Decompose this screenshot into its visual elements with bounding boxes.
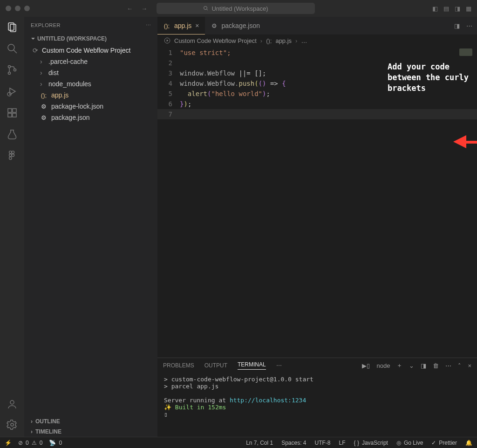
code-token: Webflow <box>207 80 235 87</box>
maximize-panel-icon[interactable]: ˄ <box>458 362 461 369</box>
file-package-json[interactable]: ⚙ package.json <box>24 112 157 123</box>
code-token: . <box>204 80 207 87</box>
tab-package-json[interactable]: ⚙ package.json <box>205 17 266 34</box>
status-cursor-position[interactable]: Ln 7, Col 1 <box>246 440 273 446</box>
explorer-more-icon[interactable]: ⋯ <box>146 22 151 28</box>
json-file-icon: ⚙ <box>40 114 48 121</box>
more-terminal-icon[interactable]: ⋯ <box>445 362 451 369</box>
split-editor-icon[interactable]: ◨ <box>454 22 460 29</box>
command-center[interactable]: Untitled (Workspace) <box>157 3 315 14</box>
editor-group: (); app.js × ⚙ package.json ◨ ⋯ Custom C… <box>157 17 477 437</box>
close-window-icon[interactable] <box>6 6 11 11</box>
terminal-url[interactable]: http://localhost:1234 <box>230 397 306 404</box>
svg-point-18 <box>9 154 12 157</box>
folder-node-modules[interactable]: › node_modules <box>24 78 157 90</box>
line-number: 3 <box>157 69 180 77</box>
line-number: 6 <box>157 100 180 108</box>
nav-back-icon[interactable]: ← <box>127 5 133 12</box>
language-name: JavaScript <box>362 440 388 446</box>
timeline-section[interactable]: › TIMELINE <box>24 427 157 437</box>
workspace-name: UNTITLED (WORKSPACE) <box>37 35 107 42</box>
svg-marker-9 <box>10 88 15 95</box>
nav-forward-icon[interactable]: → <box>141 5 147 12</box>
minimize-window-icon[interactable] <box>15 6 20 11</box>
status-ports[interactable]: 📡 0 <box>49 440 62 446</box>
layout-primary-sidebar-icon[interactable]: ◧ <box>432 5 438 12</box>
outline-section[interactable]: › OUTLINE <box>24 416 157 427</box>
layout-customize-icon[interactable]: ▦ <box>466 5 471 12</box>
breadcrumb[interactable]: Custom Code Webflow Project › (); app.js… <box>157 34 477 47</box>
split-terminal-icon[interactable]: ◨ <box>421 362 426 369</box>
status-notifications-icon[interactable]: 🔔 <box>465 440 472 446</box>
status-language[interactable]: { } JavaScript <box>354 440 388 446</box>
code-token: ) <box>184 100 187 108</box>
file-label: package-lock.json <box>51 103 103 110</box>
tab-app-js[interactable]: (); app.js × <box>157 17 205 34</box>
status-eol[interactable]: LF <box>339 440 346 446</box>
status-encoding[interactable]: UTF-8 <box>315 440 331 446</box>
terminal-profile-name[interactable]: node <box>376 362 390 369</box>
code-token: alert <box>188 90 207 97</box>
panel-tab-terminal[interactable]: TERMINAL <box>238 361 266 370</box>
svg-line-5 <box>14 50 17 53</box>
panel-more-icon[interactable]: ⋯ <box>276 362 282 369</box>
svg-rect-12 <box>13 109 16 112</box>
editor-tabs: (); app.js × ⚙ package.json ◨ ⋯ <box>157 17 477 34</box>
figma-icon[interactable] <box>7 150 17 160</box>
run-debug-icon[interactable] <box>7 86 18 97</box>
svg-point-22 <box>11 423 14 426</box>
annotation-line: brackets <box>388 83 469 94</box>
svg-point-8 <box>14 69 16 71</box>
breadcrumb-separator: › <box>260 37 262 44</box>
check-icon: ✓ <box>431 440 436 446</box>
close-panel-icon[interactable]: × <box>468 362 471 369</box>
extensions-icon[interactable] <box>7 107 18 118</box>
code-token: push <box>238 80 254 87</box>
folder-label: node_modules <box>48 80 91 88</box>
file-package-lock-json[interactable]: ⚙ package-lock.json <box>24 101 157 112</box>
file-app-js[interactable]: (); app.js <box>24 90 157 101</box>
chevron-right-icon: › <box>40 58 45 65</box>
minimap[interactable] <box>459 48 472 56</box>
code-token: . <box>204 69 207 77</box>
status-errors[interactable]: ⊘ 0 ⚠ 0 <box>18 440 42 446</box>
layout-panel-icon[interactable]: ▤ <box>443 5 449 12</box>
svg-point-7 <box>8 72 11 75</box>
testing-icon[interactable] <box>7 129 18 140</box>
terminal-dropdown-icon[interactable]: ⌄ <box>409 362 414 369</box>
command-center-text: Untitled (Workspace) <box>211 5 268 12</box>
kill-terminal-icon[interactable]: 🗑 <box>433 362 439 369</box>
code-editor[interactable]: 1"use strict"; 2 3window.Webflow ||= [];… <box>157 47 477 358</box>
layout-secondary-sidebar-icon[interactable]: ◨ <box>455 5 460 12</box>
settings-gear-icon[interactable] <box>7 419 18 430</box>
source-control-icon[interactable] <box>7 64 18 76</box>
breadcrumb-project[interactable]: Custom Code Webflow Project <box>174 37 257 44</box>
folder-parcel-cache[interactable]: › .parcel-cache <box>24 56 157 67</box>
accounts-icon[interactable] <box>7 399 18 410</box>
more-actions-icon[interactable]: ⋯ <box>466 22 472 29</box>
project-root[interactable]: ⟳ Custom Code Webflow Project <box>24 45 157 56</box>
breadcrumb-file[interactable]: app.js <box>275 37 292 44</box>
svg-point-0 <box>204 7 207 10</box>
close-tab-icon[interactable]: × <box>195 22 199 29</box>
workspace-header[interactable]: UNTITLED (WORKSPACE) <box>24 34 157 44</box>
folder-dist[interactable]: › dist <box>24 67 157 78</box>
search-icon[interactable] <box>7 43 18 54</box>
remote-indicator[interactable]: ⚡ <box>5 440 12 446</box>
svg-rect-14 <box>13 113 16 117</box>
terminal-profile-icon: ▶▯ <box>362 362 370 369</box>
status-prettier[interactable]: ✓ Prettier <box>431 440 457 446</box>
tab-label: package.json <box>222 22 260 29</box>
panel-tab-problems[interactable]: PROBLEMS <box>163 362 194 369</box>
panel-tab-output[interactable]: OUTPUT <box>204 362 227 369</box>
status-indentation[interactable]: Spaces: 4 <box>281 440 306 446</box>
error-icon: ⊘ <box>18 440 23 446</box>
annotation-arrow <box>453 135 477 148</box>
terminal-content[interactable]: > custom-code-webflow-project@1.0.0 star… <box>157 373 477 437</box>
explorer-icon[interactable] <box>7 21 18 33</box>
breadcrumb-trail[interactable]: … <box>301 37 307 44</box>
new-terminal-icon[interactable]: ＋ <box>396 361 402 370</box>
code-token: "hello world" <box>211 90 262 97</box>
maximize-window-icon[interactable] <box>24 6 30 11</box>
status-go-live[interactable]: ◎ Go Live <box>396 440 423 446</box>
